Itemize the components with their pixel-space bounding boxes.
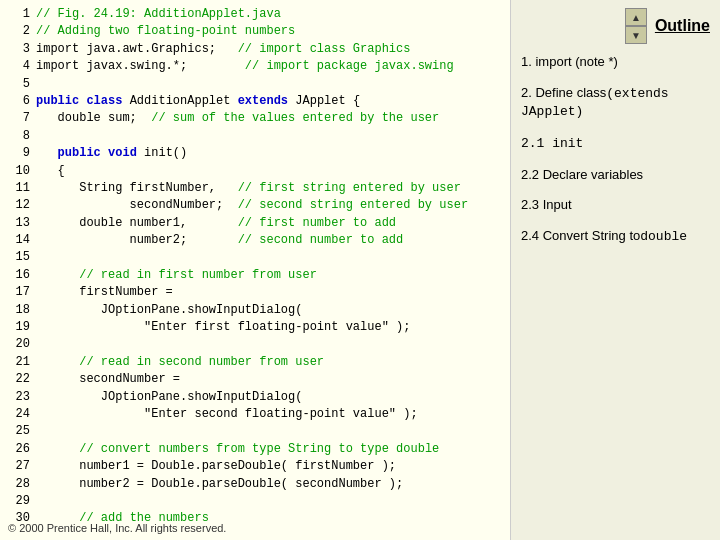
outline-item-text: 1. import (note *) [521,54,618,69]
line-number: 25 [8,423,30,440]
line-content: number1 = Double.parseDouble( firstNumbe… [36,458,396,475]
line-number: 15 [8,249,30,266]
outline-item-text: 2. Define class [521,85,606,100]
line-number: 29 [8,493,30,510]
table-row: 27 number1 = Double.parseDouble( firstNu… [8,458,502,475]
list-item: 2.1 init [521,135,710,153]
outline-item-text: 2.4 Convert String to [521,228,640,243]
outline-panel: ▲ ▼ Outline 1. import (note *)2. Define … [510,0,720,540]
table-row: 18 JOptionPane.showInputDialog( [8,302,502,319]
outline-title: Outline [655,17,710,35]
line-content: // read in second number from user [36,354,324,371]
list-item: 2.2 Declare variables [521,167,710,184]
line-content: // Fig. 24.19: AdditionApplet.java [36,6,281,23]
table-row: 1// Fig. 24.19: AdditionApplet.java [8,6,502,23]
line-content: JOptionPane.showInputDialog( [36,389,302,406]
copyright-text: © 2000 Prentice Hall, Inc. All rights re… [8,522,226,534]
line-number: 12 [8,197,30,214]
line-content: secondNumber = [36,371,180,388]
table-row: 26 // convert numbers from type String t… [8,441,502,458]
line-number: 27 [8,458,30,475]
table-row: 19 "Enter first floating-point value" ); [8,319,502,336]
table-row: 15 [8,249,502,266]
outline-items-container: 1. import (note *)2. Define class(extend… [521,54,710,260]
line-content: number2; // second number to add [36,232,403,249]
list-item: 2.4 Convert String todouble [521,228,710,246]
line-number: 3 [8,41,30,58]
table-row: 5 [8,76,502,93]
table-row: 7 double sum; // sum of the values enter… [8,110,502,127]
line-content: firstNumber = [36,284,173,301]
line-number: 10 [8,163,30,180]
table-row: 10 { [8,163,502,180]
line-content: // Adding two floating-point numbers [36,23,295,40]
outline-item-text: 2.3 Input [521,197,572,212]
line-number: 8 [8,128,30,145]
line-content: public void init() [36,145,187,162]
line-number: 23 [8,389,30,406]
table-row: 21 // read in second number from user [8,354,502,371]
line-number: 5 [8,76,30,93]
code-panel: 1// Fig. 24.19: AdditionApplet.java2// A… [0,0,510,540]
line-content: // convert numbers from type String to t… [36,441,439,458]
table-row: 16 // read in first number from user [8,267,502,284]
line-content: import javax.swing.*; // import package … [36,58,454,75]
arrow-down-button[interactable]: ▼ [625,26,647,44]
line-content: { [36,163,65,180]
table-row: 11 String firstNumber, // first string e… [8,180,502,197]
line-content: "Enter first floating-point value" ); [36,319,410,336]
line-content: import java.awt.Graphics; // import clas… [36,41,410,58]
table-row: 13 double number1, // first number to ad… [8,215,502,232]
outline-item-text: 2.2 Declare variables [521,167,643,182]
line-number: 22 [8,371,30,388]
table-row: 12 secondNumber; // second string entere… [8,197,502,214]
line-number: 13 [8,215,30,232]
line-number: 18 [8,302,30,319]
line-number: 17 [8,284,30,301]
line-content: String firstNumber, // first string ente… [36,180,461,197]
line-number: 16 [8,267,30,284]
table-row: 29 [8,493,502,510]
line-content: double sum; // sum of the values entered… [36,110,439,127]
line-number: 2 [8,23,30,40]
table-row: 4import javax.swing.*; // import package… [8,58,502,75]
line-number: 20 [8,336,30,353]
line-content: double number1, // first number to add [36,215,396,232]
table-row: 6public class AdditionApplet extends JAp… [8,93,502,110]
line-number: 9 [8,145,30,162]
line-content: number2 = Double.parseDouble( secondNumb… [36,476,403,493]
outline-item-text: 2.1 init [521,136,583,151]
table-row: 22 secondNumber = [8,371,502,388]
outline-arrows: ▲ ▼ [625,8,647,44]
line-content: "Enter second floating-point value" ); [36,406,418,423]
table-row: 28 number2 = Double.parseDouble( secondN… [8,476,502,493]
table-row: 20 [8,336,502,353]
table-row: 24 "Enter second floating-point value" )… [8,406,502,423]
line-number: 19 [8,319,30,336]
table-row: 9 public void init() [8,145,502,162]
table-row: 8 [8,128,502,145]
line-number: 24 [8,406,30,423]
line-number: 7 [8,110,30,127]
line-content: secondNumber; // second string entered b… [36,197,468,214]
outline-item-text: double [640,229,687,244]
table-row: 3import java.awt.Graphics; // import cla… [8,41,502,58]
list-item: 2. Define class(extends JApplet) [521,85,710,121]
line-number: 28 [8,476,30,493]
line-number: 26 [8,441,30,458]
table-row: 2// Adding two floating-point numbers [8,23,502,40]
line-content: JOptionPane.showInputDialog( [36,302,302,319]
list-item: 2.3 Input [521,197,710,214]
line-number: 1 [8,6,30,23]
arrow-up-button[interactable]: ▲ [625,8,647,26]
line-number: 6 [8,93,30,110]
line-number: 4 [8,58,30,75]
table-row: 17 firstNumber = [8,284,502,301]
table-row: 25 [8,423,502,440]
code-lines: 1// Fig. 24.19: AdditionApplet.java2// A… [8,6,502,528]
line-number: 21 [8,354,30,371]
line-number: 11 [8,180,30,197]
table-row: 23 JOptionPane.showInputDialog( [8,389,502,406]
line-number: 14 [8,232,30,249]
outline-header: ▲ ▼ Outline [521,8,710,44]
